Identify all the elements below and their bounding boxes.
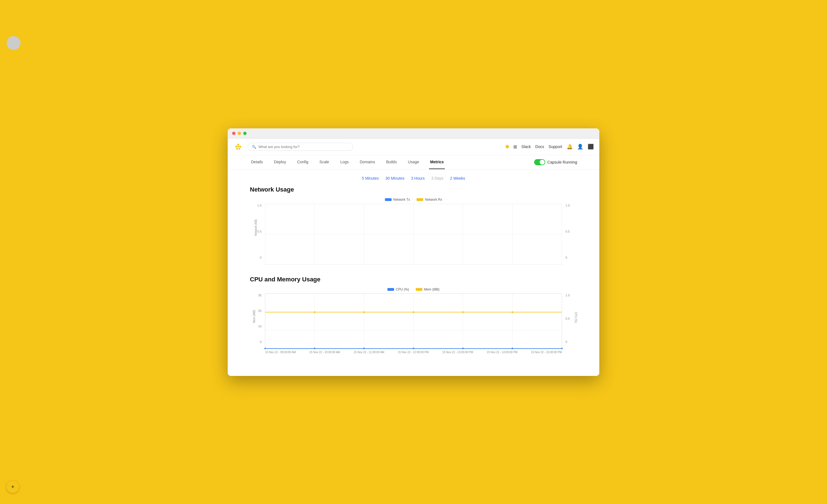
tab-details[interactable]: Details xyxy=(250,155,264,169)
x-label-6: 15 Nov 22 - 15:00:00 PM xyxy=(531,351,562,354)
header: 🔍 ⊞ Slack Docs Support 🔔 👤 ⬛ xyxy=(228,139,599,155)
legend-mem-label: Mem (MB) xyxy=(424,288,440,291)
y-axis-right-cpu: 1.0 0.5 0 xyxy=(563,294,574,344)
cpu-legend: CPU (%) Mem (MB) xyxy=(250,288,577,291)
legend-mem: Mem (MB) xyxy=(416,288,440,291)
logout-icon[interactable]: ⬛ xyxy=(588,144,594,150)
network-usage-section: Network Usage Network Tx Network Rx 1.0 … xyxy=(250,186,577,265)
minimize-button[interactable] xyxy=(238,132,241,135)
tab-scale[interactable]: Scale xyxy=(319,155,330,169)
slack-label[interactable]: Slack xyxy=(521,144,531,149)
nav-tabs: Details Deploy Config Scale Logs Domains… xyxy=(228,155,599,169)
tab-metrics[interactable]: Metrics xyxy=(429,155,445,169)
search-input[interactable] xyxy=(258,145,349,149)
cpu-title: CPU and Memory Usage xyxy=(250,276,577,283)
svg-point-35 xyxy=(462,311,464,313)
search-bar[interactable]: 🔍 xyxy=(248,143,353,151)
legend-rx-label: Network Rx xyxy=(425,198,442,202)
filter-30min[interactable]: 30 Minutes xyxy=(386,176,404,181)
network-legend: Network Tx Network Rx xyxy=(250,198,577,202)
content-area: 5 Minutes 30 Minutes 3 Hours 3 Days 2 We… xyxy=(228,169,599,376)
legend-tx-label: Network Tx xyxy=(393,198,410,202)
svg-point-33 xyxy=(363,311,365,313)
cpu-memory-section: CPU and Memory Usage CPU (%) Mem (MB) Me… xyxy=(250,276,577,354)
time-filters: 5 Minutes 30 Minutes 3 Hours 3 Days 2 We… xyxy=(250,176,577,181)
search-icon: 🔍 xyxy=(252,145,256,149)
legend-rx-swatch xyxy=(417,198,423,201)
x-label-3: 15 Nov 22 - 12:00:00 PM xyxy=(398,351,429,354)
user-icon[interactable]: 👤 xyxy=(577,144,583,150)
legend-network-rx: Network Rx xyxy=(417,198,442,202)
close-button[interactable] xyxy=(232,132,236,135)
capsule-toggle[interactable] xyxy=(534,159,545,165)
cpu-chart-svg xyxy=(265,294,562,349)
svg-point-34 xyxy=(413,311,414,313)
x-axis-labels: 15 Nov 22 - 09:00:00 AM 15 Nov 22 - 10:0… xyxy=(265,351,562,354)
capsule-running-label: Capsule Running xyxy=(547,160,577,164)
tab-deploy[interactable]: Deploy xyxy=(273,155,287,169)
network-chart-svg xyxy=(265,204,562,265)
legend-tx-swatch xyxy=(385,198,392,201)
tab-domains[interactable]: Domains xyxy=(358,155,376,169)
y-axis-label-cpu-right: CPU (%) xyxy=(574,312,577,323)
status-dot xyxy=(505,145,509,148)
main-window: 🔍 ⊞ Slack Docs Support 🔔 👤 ⬛ Details Dep… xyxy=(228,129,599,376)
filter-3hours[interactable]: 3 Hours xyxy=(411,176,425,181)
tab-config[interactable]: Config xyxy=(296,155,309,169)
x-label-4: 15 Nov 22 - 13:00:00 PM xyxy=(442,351,473,354)
x-label-5: 15 Nov 22 - 14:00:00 PM xyxy=(487,351,518,354)
notification-icon[interactable]: 🔔 xyxy=(567,144,573,150)
slack-icon: ⊞ xyxy=(513,144,517,149)
tab-logs[interactable]: Logs xyxy=(339,155,350,169)
logo[interactable] xyxy=(233,142,243,152)
svg-point-36 xyxy=(512,311,513,313)
svg-point-32 xyxy=(314,311,315,313)
title-bar xyxy=(228,129,599,139)
y-axis-left-cpu: 30 20 10 0 xyxy=(253,294,264,344)
legend-cpu: CPU (%) xyxy=(387,288,409,291)
filter-2weeks[interactable]: 2 Weeks xyxy=(450,176,465,181)
x-label-1: 15 Nov 22 - 10:00:00 AM xyxy=(309,351,340,354)
maximize-button[interactable] xyxy=(243,132,247,135)
y-axis-right-network: 1.0 0.5 0 xyxy=(563,204,574,259)
tab-builds[interactable]: Builds xyxy=(385,155,398,169)
y-axis-label-network: Network (KB) xyxy=(254,219,257,236)
tab-usage[interactable]: Usage xyxy=(407,155,420,169)
legend-network-tx: Network Tx xyxy=(385,198,410,202)
legend-mem-swatch xyxy=(416,288,422,291)
legend-cpu-label: CPU (%) xyxy=(396,288,409,291)
network-title: Network Usage xyxy=(250,186,577,193)
support-label[interactable]: Support xyxy=(548,144,562,149)
docs-label[interactable]: Docs xyxy=(535,144,544,149)
capsule-running: Capsule Running xyxy=(534,159,577,165)
filter-3days[interactable]: 3 Days xyxy=(431,176,443,181)
header-right: ⊞ Slack Docs Support 🔔 👤 ⬛ xyxy=(505,144,594,150)
x-label-0: 15 Nov 22 - 09:00:00 AM xyxy=(265,351,296,354)
filter-5min[interactable]: 5 Minutes xyxy=(362,176,379,181)
legend-cpu-swatch xyxy=(387,288,394,291)
x-label-2: 15 Nov 22 - 11:00:00 AM xyxy=(354,351,384,354)
